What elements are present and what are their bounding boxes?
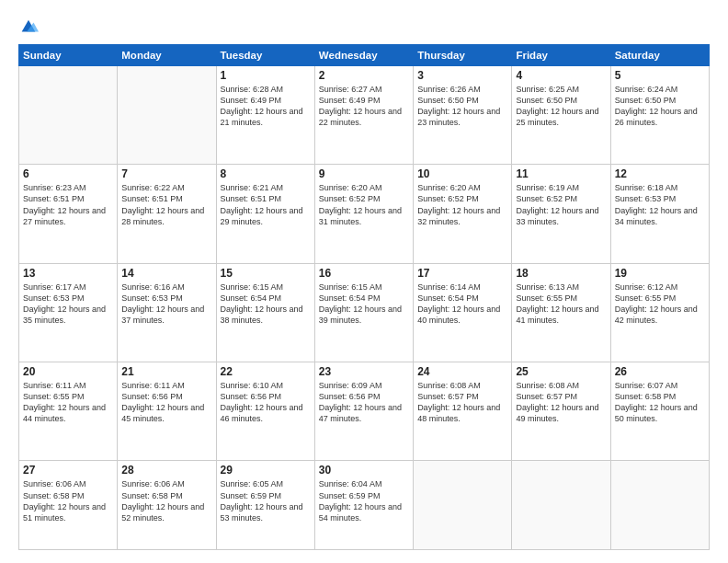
day-number: 16 bbox=[319, 267, 409, 280]
day-number: 22 bbox=[221, 365, 311, 378]
day-number: 17 bbox=[417, 267, 507, 280]
day-info: Sunrise: 6:26 AM Sunset: 6:50 PM Dayligh… bbox=[417, 84, 507, 129]
day-info: Sunrise: 6:18 AM Sunset: 6:53 PM Dayligh… bbox=[615, 182, 705, 227]
calendar-cell: 30Sunrise: 6:04 AM Sunset: 6:59 PM Dayli… bbox=[314, 461, 413, 550]
day-number: 1 bbox=[221, 69, 311, 82]
day-info: Sunrise: 6:08 AM Sunset: 6:57 PM Dayligh… bbox=[417, 380, 507, 425]
calendar-week-row: 27Sunrise: 6:06 AM Sunset: 6:58 PM Dayli… bbox=[19, 461, 710, 550]
calendar-cell: 25Sunrise: 6:08 AM Sunset: 6:57 PM Dayli… bbox=[512, 362, 610, 461]
calendar-header-wednesday: Wednesday bbox=[314, 45, 413, 66]
calendar-cell: 1Sunrise: 6:28 AM Sunset: 6:49 PM Daylig… bbox=[216, 66, 314, 165]
day-number: 18 bbox=[516, 267, 606, 280]
calendar-cell: 16Sunrise: 6:15 AM Sunset: 6:54 PM Dayli… bbox=[314, 263, 413, 362]
calendar-table: SundayMondayTuesdayWednesdayThursdayFrid… bbox=[18, 44, 710, 550]
day-info: Sunrise: 6:27 AM Sunset: 6:49 PM Dayligh… bbox=[319, 84, 409, 129]
day-number: 14 bbox=[121, 267, 211, 280]
calendar-header-friday: Friday bbox=[512, 45, 610, 66]
calendar-header-saturday: Saturday bbox=[610, 45, 709, 66]
calendar-cell: 5Sunrise: 6:24 AM Sunset: 6:50 PM Daylig… bbox=[610, 66, 709, 165]
calendar-week-row: 13Sunrise: 6:17 AM Sunset: 6:53 PM Dayli… bbox=[19, 263, 710, 362]
day-info: Sunrise: 6:23 AM Sunset: 6:51 PM Dayligh… bbox=[23, 182, 113, 227]
day-info: Sunrise: 6:14 AM Sunset: 6:54 PM Dayligh… bbox=[417, 282, 507, 327]
day-info: Sunrise: 6:08 AM Sunset: 6:57 PM Dayligh… bbox=[516, 380, 606, 425]
day-number: 13 bbox=[23, 267, 113, 280]
day-number: 10 bbox=[417, 167, 507, 180]
calendar-cell: 17Sunrise: 6:14 AM Sunset: 6:54 PM Dayli… bbox=[414, 263, 512, 362]
day-number: 9 bbox=[319, 167, 409, 180]
calendar-week-row: 1Sunrise: 6:28 AM Sunset: 6:49 PM Daylig… bbox=[19, 66, 710, 165]
day-info: Sunrise: 6:12 AM Sunset: 6:55 PM Dayligh… bbox=[615, 282, 705, 327]
calendar-cell: 8Sunrise: 6:21 AM Sunset: 6:51 PM Daylig… bbox=[216, 165, 314, 263]
calendar-cell: 11Sunrise: 6:19 AM Sunset: 6:52 PM Dayli… bbox=[512, 165, 610, 263]
day-info: Sunrise: 6:05 AM Sunset: 6:59 PM Dayligh… bbox=[221, 478, 311, 523]
day-number: 2 bbox=[319, 69, 409, 82]
day-number: 23 bbox=[319, 365, 409, 378]
header bbox=[18, 17, 710, 37]
calendar-cell bbox=[19, 66, 118, 165]
calendar-header-tuesday: Tuesday bbox=[216, 45, 314, 66]
day-number: 20 bbox=[23, 365, 113, 378]
calendar-cell: 13Sunrise: 6:17 AM Sunset: 6:53 PM Dayli… bbox=[19, 263, 118, 362]
day-info: Sunrise: 6:17 AM Sunset: 6:53 PM Dayligh… bbox=[23, 282, 113, 327]
day-number: 28 bbox=[121, 464, 211, 477]
day-number: 19 bbox=[615, 267, 705, 280]
page: SundayMondayTuesdayWednesdayThursdayFrid… bbox=[0, 0, 728, 563]
day-number: 26 bbox=[615, 365, 705, 378]
calendar-cell: 22Sunrise: 6:10 AM Sunset: 6:56 PM Dayli… bbox=[216, 362, 314, 461]
calendar-cell: 7Sunrise: 6:22 AM Sunset: 6:51 PM Daylig… bbox=[118, 165, 216, 263]
day-info: Sunrise: 6:04 AM Sunset: 6:59 PM Dayligh… bbox=[319, 478, 409, 523]
calendar-cell bbox=[512, 461, 610, 550]
calendar-header-sunday: Sunday bbox=[19, 45, 118, 66]
calendar-cell: 14Sunrise: 6:16 AM Sunset: 6:53 PM Dayli… bbox=[118, 263, 216, 362]
day-info: Sunrise: 6:06 AM Sunset: 6:58 PM Dayligh… bbox=[23, 478, 113, 523]
day-info: Sunrise: 6:22 AM Sunset: 6:51 PM Dayligh… bbox=[121, 182, 211, 227]
calendar-header-monday: Monday bbox=[118, 45, 216, 66]
calendar-cell: 21Sunrise: 6:11 AM Sunset: 6:56 PM Dayli… bbox=[118, 362, 216, 461]
day-info: Sunrise: 6:10 AM Sunset: 6:56 PM Dayligh… bbox=[221, 380, 311, 425]
calendar-cell: 28Sunrise: 6:06 AM Sunset: 6:58 PM Dayli… bbox=[118, 461, 216, 550]
calendar-cell: 3Sunrise: 6:26 AM Sunset: 6:50 PM Daylig… bbox=[414, 66, 512, 165]
day-info: Sunrise: 6:28 AM Sunset: 6:49 PM Dayligh… bbox=[221, 84, 311, 129]
day-info: Sunrise: 6:20 AM Sunset: 6:52 PM Dayligh… bbox=[319, 182, 409, 227]
calendar-cell bbox=[414, 461, 512, 550]
calendar-cell bbox=[610, 461, 709, 550]
calendar-week-row: 6Sunrise: 6:23 AM Sunset: 6:51 PM Daylig… bbox=[19, 165, 710, 263]
calendar-cell bbox=[118, 66, 216, 165]
day-info: Sunrise: 6:24 AM Sunset: 6:50 PM Dayligh… bbox=[615, 84, 705, 129]
calendar-cell: 26Sunrise: 6:07 AM Sunset: 6:58 PM Dayli… bbox=[610, 362, 709, 461]
calendar-cell: 6Sunrise: 6:23 AM Sunset: 6:51 PM Daylig… bbox=[19, 165, 118, 263]
day-number: 21 bbox=[121, 365, 211, 378]
day-number: 5 bbox=[615, 69, 705, 82]
calendar-cell: 15Sunrise: 6:15 AM Sunset: 6:54 PM Dayli… bbox=[216, 263, 314, 362]
calendar-cell: 20Sunrise: 6:11 AM Sunset: 6:55 PM Dayli… bbox=[19, 362, 118, 461]
calendar-cell: 9Sunrise: 6:20 AM Sunset: 6:52 PM Daylig… bbox=[314, 165, 413, 263]
calendar-cell: 10Sunrise: 6:20 AM Sunset: 6:52 PM Dayli… bbox=[414, 165, 512, 263]
day-info: Sunrise: 6:20 AM Sunset: 6:52 PM Dayligh… bbox=[417, 182, 507, 227]
calendar-cell: 29Sunrise: 6:05 AM Sunset: 6:59 PM Dayli… bbox=[216, 461, 314, 550]
day-number: 27 bbox=[23, 464, 113, 477]
calendar-cell: 2Sunrise: 6:27 AM Sunset: 6:49 PM Daylig… bbox=[314, 66, 413, 165]
day-number: 25 bbox=[516, 365, 606, 378]
calendar-cell: 19Sunrise: 6:12 AM Sunset: 6:55 PM Dayli… bbox=[610, 263, 709, 362]
day-number: 6 bbox=[23, 167, 113, 180]
day-number: 8 bbox=[221, 167, 311, 180]
day-info: Sunrise: 6:13 AM Sunset: 6:55 PM Dayligh… bbox=[516, 282, 606, 327]
calendar-week-row: 20Sunrise: 6:11 AM Sunset: 6:55 PM Dayli… bbox=[19, 362, 710, 461]
day-number: 24 bbox=[417, 365, 507, 378]
day-number: 15 bbox=[221, 267, 311, 280]
calendar-cell: 24Sunrise: 6:08 AM Sunset: 6:57 PM Dayli… bbox=[414, 362, 512, 461]
logo-icon bbox=[18, 17, 39, 37]
day-info: Sunrise: 6:19 AM Sunset: 6:52 PM Dayligh… bbox=[516, 182, 606, 227]
day-info: Sunrise: 6:25 AM Sunset: 6:50 PM Dayligh… bbox=[516, 84, 606, 129]
day-info: Sunrise: 6:07 AM Sunset: 6:58 PM Dayligh… bbox=[615, 380, 705, 425]
calendar-cell: 12Sunrise: 6:18 AM Sunset: 6:53 PM Dayli… bbox=[610, 165, 709, 263]
day-info: Sunrise: 6:06 AM Sunset: 6:58 PM Dayligh… bbox=[121, 478, 211, 523]
calendar-header-thursday: Thursday bbox=[414, 45, 512, 66]
day-number: 12 bbox=[615, 167, 705, 180]
day-info: Sunrise: 6:11 AM Sunset: 6:55 PM Dayligh… bbox=[23, 380, 113, 425]
day-number: 7 bbox=[121, 167, 211, 180]
day-info: Sunrise: 6:11 AM Sunset: 6:56 PM Dayligh… bbox=[121, 380, 211, 425]
calendar-cell: 27Sunrise: 6:06 AM Sunset: 6:58 PM Dayli… bbox=[19, 461, 118, 550]
calendar-cell: 18Sunrise: 6:13 AM Sunset: 6:55 PM Dayli… bbox=[512, 263, 610, 362]
calendar-cell: 23Sunrise: 6:09 AM Sunset: 6:56 PM Dayli… bbox=[314, 362, 413, 461]
